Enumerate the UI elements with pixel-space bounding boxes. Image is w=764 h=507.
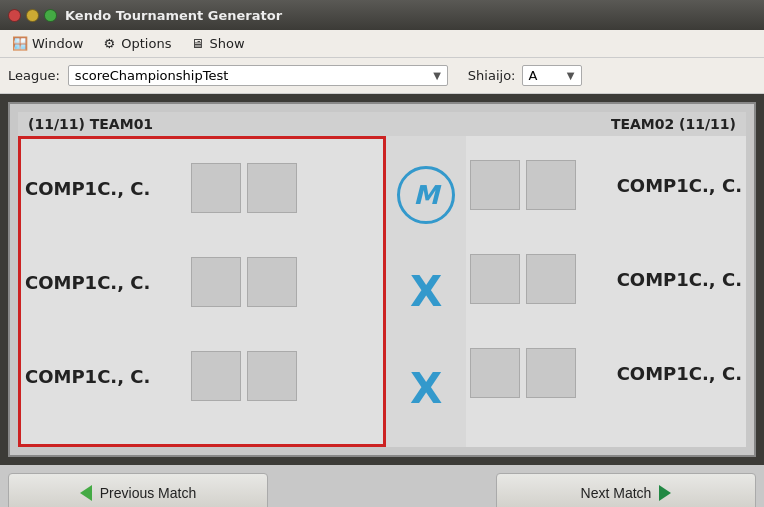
shiaijo-value: A [529, 68, 538, 83]
center-symbol-2: X [410, 252, 442, 332]
league-label: League: [8, 68, 60, 83]
match-row-1-right: COMP1C., C. [470, 140, 742, 230]
center-x-1-text: X [410, 267, 442, 316]
comp1-right-score2[interactable] [526, 160, 576, 210]
center-symbol-1: M [397, 155, 455, 235]
center-symbol-3: X [410, 349, 442, 429]
team-headers: (11/11) TEAM01 TEAM02 (11/11) [18, 112, 746, 136]
match-row-2-left: COMP1C., C. [25, 237, 379, 327]
comp2-right-score1[interactable] [470, 254, 520, 304]
minimize-button[interactable] [26, 9, 39, 22]
toolbar: League: scoreChampionshipTest ▼ Shiaijo:… [0, 58, 764, 94]
prev-match-button[interactable]: Previous Match [8, 473, 268, 507]
next-match-label: Next Match [581, 485, 652, 501]
close-button[interactable] [8, 9, 21, 22]
comp3-left-score2[interactable] [247, 351, 297, 401]
match-row-3-left: COMP1C., C. [25, 331, 379, 421]
menu-window[interactable]: 🪟 Window [4, 33, 91, 55]
comp3-right-score1[interactable] [470, 348, 520, 398]
center-x-2-text: X [410, 364, 442, 413]
league-select[interactable]: scoreChampionshipTest ▼ [68, 65, 448, 86]
right-panel: COMP1C., C. COMP1C., C. COMP1C., C. [466, 136, 746, 447]
comp1-left-score1[interactable] [191, 163, 241, 213]
shiaijo-group: Shiaijo: A ▼ [468, 65, 582, 86]
center-m-text: M [413, 180, 439, 210]
app-title: Kendo Tournament Generator [65, 8, 282, 23]
center-m-icon: M [397, 166, 455, 224]
comp3-right-name: COMP1C., C. [582, 363, 742, 384]
menu-options[interactable]: ⚙️ Options [93, 33, 179, 55]
center-panel: M X X [386, 136, 466, 447]
comp3-right-score2[interactable] [526, 348, 576, 398]
match-grid: COMP1C., C. COMP1C., C. COMP1C., C. [18, 136, 746, 447]
league-dropdown-arrow: ▼ [433, 70, 441, 81]
team1-header: (11/11) TEAM01 [28, 116, 153, 132]
next-arrow-icon [659, 485, 671, 501]
prev-match-label: Previous Match [100, 485, 196, 501]
league-value: scoreChampionshipTest [75, 68, 228, 83]
comp1-left-name: COMP1C., C. [25, 178, 185, 199]
left-panel: COMP1C., C. COMP1C., C. COMP1C., C. [18, 136, 386, 447]
menu-show[interactable]: 🖥 Show [181, 33, 252, 55]
comp3-left-score1[interactable] [191, 351, 241, 401]
comp2-right-score2[interactable] [526, 254, 576, 304]
comp2-left-score2[interactable] [247, 257, 297, 307]
window-icon: 🪟 [12, 36, 28, 52]
main-content: (11/11) TEAM01 TEAM02 (11/11) COMP1C., C… [8, 102, 756, 457]
match-area: (11/11) TEAM01 TEAM02 (11/11) COMP1C., C… [18, 112, 746, 447]
menu-bar: 🪟 Window ⚙️ Options 🖥 Show [0, 30, 764, 58]
comp3-left-name: COMP1C., C. [25, 366, 185, 387]
comp2-left-score1[interactable] [191, 257, 241, 307]
shiaijo-select[interactable]: A ▼ [522, 65, 582, 86]
match-row-3-right: COMP1C., C. [470, 328, 742, 418]
shiaijo-dropdown-arrow: ▼ [567, 70, 575, 81]
match-row-1-left: COMP1C., C. [25, 143, 379, 233]
comp1-right-score1[interactable] [470, 160, 520, 210]
options-icon: ⚙️ [101, 36, 117, 52]
comp2-left-name: COMP1C., C. [25, 272, 185, 293]
title-bar: Kendo Tournament Generator [0, 0, 764, 30]
comp2-right-name: COMP1C., C. [582, 269, 742, 290]
window-controls [8, 9, 57, 22]
comp1-right-name: COMP1C., C. [582, 175, 742, 196]
maximize-button[interactable] [44, 9, 57, 22]
next-match-button[interactable]: Next Match [496, 473, 756, 507]
match-row-2-right: COMP1C., C. [470, 234, 742, 324]
shiaijo-label: Shiaijo: [468, 68, 516, 83]
comp1-left-score2[interactable] [247, 163, 297, 213]
prev-arrow-icon [80, 485, 92, 501]
footer: Previous Match Next Match [0, 465, 764, 507]
team2-header: TEAM02 (11/11) [611, 116, 736, 132]
show-icon: 🖥 [189, 36, 205, 52]
